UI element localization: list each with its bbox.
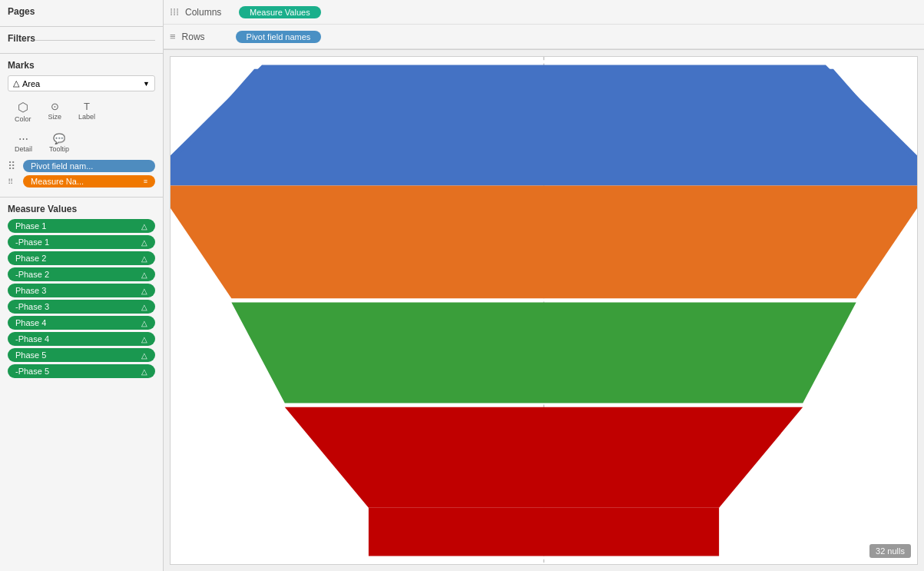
phase3neg-pill[interactable]: -Phase 3 △ xyxy=(8,300,155,314)
pages-section: Pages xyxy=(0,0,163,27)
filters-separator xyxy=(35,40,155,41)
phase4neg-pill[interactable]: -Phase 4 △ xyxy=(8,332,155,346)
rows-label: Rows xyxy=(182,32,228,42)
columns-label: Columns xyxy=(185,7,231,18)
detail-button[interactable]: ⋯ Detail xyxy=(8,130,39,157)
detail-icon: ⋯ xyxy=(18,134,28,144)
delta-icon3: △ xyxy=(141,254,147,263)
label-button[interactable]: T Label xyxy=(71,98,102,127)
phase2-label: Phase 2 xyxy=(15,254,46,263)
phase5-pill[interactable]: Phase 5 △ xyxy=(8,348,155,362)
measure-names-icon: ≡ xyxy=(144,178,147,185)
label-label: Label xyxy=(78,113,95,121)
tooltip-label: Tooltip xyxy=(49,145,69,153)
size-button[interactable]: ⊙ Size xyxy=(41,98,69,127)
phase1neg-pill[interactable]: -Phase 1 △ xyxy=(8,235,155,249)
color-icon: ⬡ xyxy=(18,101,28,114)
delta-icon7: △ xyxy=(141,319,147,327)
delta-icon: △ xyxy=(141,222,147,231)
pivot-field-pill-row: ⠿ Pivot field nam... xyxy=(8,160,155,172)
phase4-pill[interactable]: Phase 4 △ xyxy=(8,316,155,330)
rows-pill[interactable]: Pivot field names xyxy=(236,31,322,43)
filters-section: Filters xyxy=(0,27,163,54)
marks-buttons-row: ⬡ Color ⊙ Size T Label xyxy=(8,98,155,127)
phase5neg-pill[interactable]: -Phase 5 △ xyxy=(8,364,155,378)
content-area: ⁞⁞⁞ Columns Measure Values ≡ Rows Pivot … xyxy=(164,0,924,571)
delta-icon4: △ xyxy=(141,271,147,279)
shelf-area: ⁞⁞⁞ Columns Measure Values ≡ Rows Pivot … xyxy=(164,0,924,50)
marks-section: Marks △ Area ▼ ⬡ Color ⊙ Size T xyxy=(0,54,163,198)
delta-icon5: △ xyxy=(141,287,147,295)
measure-values-section: Measure Values Phase 1 △ -Phase 1 △ Phas… xyxy=(0,198,163,571)
pivot-field-pill[interactable]: Pivot field nam... xyxy=(23,160,155,172)
phase4-label: Phase 4 xyxy=(15,318,46,327)
dots-icon: ⠿ xyxy=(8,160,20,172)
delta-icon10: △ xyxy=(141,367,147,376)
marks-type-label: Area xyxy=(22,79,40,88)
svg-marker-6 xyxy=(369,508,719,556)
svg-marker-2 xyxy=(171,69,917,182)
delta-icon9: △ xyxy=(141,351,147,360)
svg-marker-4 xyxy=(231,303,856,403)
color-button[interactable]: ⬡ Color xyxy=(8,98,38,127)
columns-icon: ⁞⁞⁞ xyxy=(170,6,179,18)
phase1-pill[interactable]: Phase 1 △ xyxy=(8,219,155,233)
sidebar: Pages Filters Marks △ Area ▼ ⬡ Color xyxy=(0,0,164,571)
phase3-pill[interactable]: Phase 3 △ xyxy=(8,284,155,297)
marks-buttons-row2: ⋯ Detail 💬 Tooltip xyxy=(8,130,155,157)
measure-names-label: Measure Na... xyxy=(31,177,84,186)
phase5-label: Phase 5 xyxy=(15,350,46,360)
phase2-pill[interactable]: Phase 2 △ xyxy=(8,251,155,265)
marks-title: Marks xyxy=(8,60,155,71)
pages-title: Pages xyxy=(8,6,155,17)
chart-wrapper: 32 nulls xyxy=(164,50,924,571)
phase3neg-label: -Phase 3 xyxy=(15,302,49,311)
phase3-label: Phase 3 xyxy=(15,286,46,295)
phase2neg-pill[interactable]: -Phase 2 △ xyxy=(8,267,155,281)
columns-shelf: ⁞⁞⁞ Columns Measure Values xyxy=(164,0,924,25)
detail-label: Detail xyxy=(15,145,32,153)
measure-names-pill[interactable]: Measure Na... ≡ xyxy=(23,175,155,188)
filters-title: Filters xyxy=(8,33,35,44)
svg-marker-5 xyxy=(285,407,803,508)
area-icon: △ xyxy=(13,78,19,88)
size-label: Size xyxy=(48,113,62,121)
tooltip-button[interactable]: 💬 Tooltip xyxy=(42,130,76,157)
delta-icon2: △ xyxy=(141,238,147,247)
label-icon: T xyxy=(84,101,90,111)
marks-type-dropdown[interactable]: △ Area ▼ xyxy=(8,75,155,91)
svg-marker-3 xyxy=(171,186,917,299)
delta-icon8: △ xyxy=(141,335,147,344)
phase2neg-label: -Phase 2 xyxy=(15,270,49,279)
measure-names-pill-row: ⠿ Measure Na... ≡ xyxy=(8,175,155,188)
phase4neg-label: -Phase 4 xyxy=(15,334,49,344)
delta-icon6: △ xyxy=(141,303,147,311)
measure-values-title: Measure Values xyxy=(8,204,155,214)
columns-pill[interactable]: Measure Values xyxy=(239,6,321,18)
phase5neg-label: -Phase 5 xyxy=(15,367,49,376)
dots-icon2: ⠿ xyxy=(8,178,20,186)
nulls-badge: 32 nulls xyxy=(869,544,911,558)
tooltip-icon: 💬 xyxy=(53,134,65,144)
funnel-chart xyxy=(171,57,917,564)
size-icon: ⊙ xyxy=(51,101,59,111)
phase1neg-label: -Phase 1 xyxy=(15,237,49,247)
color-label: Color xyxy=(15,115,31,123)
rows-icon: ≡ xyxy=(170,31,176,42)
chart-container: 32 nulls xyxy=(170,56,918,565)
rows-shelf: ≡ Rows Pivot field names xyxy=(164,25,924,49)
chevron-down-icon: ▼ xyxy=(143,80,150,88)
phase1-label: Phase 1 xyxy=(15,221,46,231)
